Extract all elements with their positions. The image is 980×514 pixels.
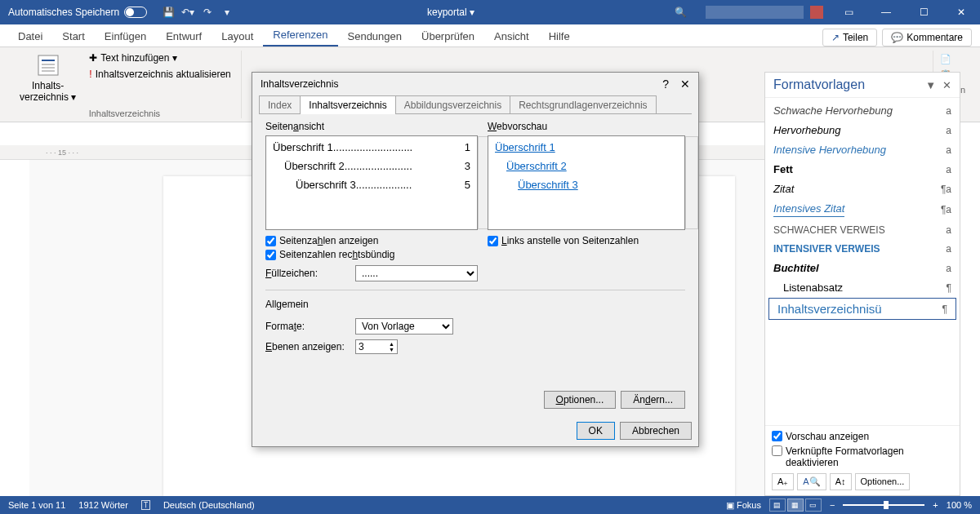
view-web-icon[interactable]: ▭ — [805, 498, 822, 512]
dialog-close-icon[interactable]: ✕ — [680, 78, 690, 91]
check-seitenzahlen[interactable]: Seitenzahlen anzeigen — [265, 235, 478, 246]
fuellzeichen-label: Füllzeichen: — [265, 268, 347, 279]
tab-sendungen[interactable]: Sendungen — [338, 26, 412, 47]
autosave-toggle[interactable]: Automatisches Speichern — [0, 7, 155, 18]
pane-options-icon[interactable]: ▼ — [925, 79, 936, 91]
tab-ansicht[interactable]: Ansicht — [484, 26, 539, 47]
ok-button[interactable]: OK — [577, 422, 615, 440]
style-item-label: INTENSIVER VERWEIS — [773, 243, 880, 255]
style-item[interactable]: Zitat¶a — [765, 179, 960, 199]
zoom-out-icon[interactable]: − — [830, 500, 835, 510]
tab-start[interactable]: Start — [52, 26, 94, 47]
webpreview-scrollbar[interactable] — [685, 136, 698, 229]
style-item-symbol: ¶a — [941, 184, 951, 195]
pane-close-icon[interactable]: ✕ — [942, 79, 951, 91]
maximize-icon[interactable]: ☐ — [905, 0, 942, 24]
redo-icon[interactable]: ↷ — [201, 6, 214, 19]
tab-datei[interactable]: Datei — [8, 26, 52, 47]
weblink-h1[interactable]: Überschrift 1 — [495, 141, 555, 153]
check-links-statt-seitenzahlen[interactable]: Links anstelle von Seitenzahlen — [488, 235, 685, 246]
seitenansicht-label: Seitenansicht — [265, 121, 478, 132]
spin-down-icon[interactable]: ▼ — [389, 347, 394, 352]
style-inspector-icon[interactable]: A🔍 — [797, 473, 826, 490]
status-page[interactable]: Seite 1 von 11 — [8, 500, 65, 510]
focus-mode[interactable]: ▣ Fokus — [726, 500, 761, 511]
minimize-icon[interactable]: — — [867, 0, 905, 24]
undo-icon[interactable]: ↶▾ — [181, 6, 194, 19]
aendern-button[interactable]: Ändern... — [621, 391, 685, 409]
share-button[interactable]: ↗Teilen — [822, 29, 877, 47]
tab-hilfe[interactable]: Hilfe — [539, 26, 580, 47]
style-item[interactable]: INTENSIVER VERWEISa — [765, 240, 960, 259]
verknuepfte-check[interactable]: Verknüpfte Formatvorlagen deaktivieren — [772, 445, 953, 468]
style-item[interactable]: Schwache Hervorhebunga — [765, 101, 960, 121]
formate-select[interactable]: Von Vorlage — [355, 318, 453, 335]
new-style-icon[interactable]: A₊ — [772, 473, 794, 490]
spin-up-icon[interactable]: ▲ — [389, 341, 394, 347]
optionen-button[interactable]: Optionen... — [544, 391, 617, 409]
style-item[interactable]: Listenabsatz¶ — [765, 278, 960, 298]
toggle-switch[interactable] — [124, 7, 147, 18]
style-item[interactable]: Buchtitela — [765, 259, 960, 278]
zoom-level[interactable]: 100 % — [947, 500, 972, 510]
ribbon-group-toc: Inhalts- verzeichnis ▾ ✚Text hinzufügen … — [8, 51, 242, 118]
fuellzeichen-select[interactable]: ...... — [355, 265, 478, 281]
toc-icon — [35, 52, 61, 78]
status-language[interactable]: Deutsch (Deutschland) — [163, 500, 255, 510]
ebenen-label: Ebenen anzeigen: — [265, 341, 347, 352]
style-item[interactable]: Intensive Hervorhebunga — [765, 140, 960, 160]
print-preview: Überschrift 1...........................… — [265, 135, 478, 230]
status-words[interactable]: 1912 Wörter — [78, 500, 128, 510]
tab-ueberpruefen[interactable]: Überprüfen — [412, 26, 484, 47]
view-print-icon[interactable]: ▦ — [787, 498, 804, 512]
style-item[interactable]: SCHWACHER VERWEISa — [765, 221, 960, 240]
style-item-label: Schwache Hervorhebung — [773, 104, 893, 117]
close-icon[interactable]: ✕ — [942, 0, 980, 24]
ebenen-input[interactable] — [359, 341, 383, 352]
add-text-button[interactable]: ✚Text hinzufügen ▾ — [86, 51, 180, 65]
style-item[interactable]: Intensives Zitat¶a — [765, 199, 960, 221]
style-item[interactable]: Hervorhebunga — [765, 121, 960, 140]
dialog-help-icon[interactable]: ? — [662, 78, 669, 91]
styles-optionen-button[interactable]: Optionen... — [855, 473, 911, 490]
manage-styles-icon[interactable]: A↕ — [830, 473, 852, 490]
weblink-h2[interactable]: Überschrift 2 — [506, 160, 567, 172]
dialog-tab-inhalt[interactable]: Inhaltsverzeichnis — [300, 95, 395, 114]
style-item-label: Buchtitel — [773, 262, 819, 274]
account-area[interactable] — [706, 6, 804, 19]
check-rechtsbuendig[interactable]: Seitenzahlen rechtsbündig — [265, 249, 478, 260]
tab-entwurf[interactable]: Entwurf — [156, 26, 212, 47]
weblink-h3[interactable]: Überschrift 3 — [518, 179, 578, 191]
style-item[interactable]: Fetta — [765, 160, 960, 179]
ebenen-spinner[interactable]: ▲▼ — [355, 339, 398, 354]
dialog-tab-abbildung[interactable]: Abbildungsverzeichnis — [395, 95, 510, 114]
account-avatar[interactable] — [810, 6, 823, 19]
customize-qat-icon[interactable]: ▾ — [220, 6, 234, 19]
tab-referenzen[interactable]: Referenzen — [263, 24, 337, 47]
dialog-tab-rechts[interactable]: Rechtsgrundlagenverzeichnis — [510, 95, 656, 114]
zoom-in-icon[interactable]: + — [933, 500, 938, 510]
zoom-slider[interactable] — [843, 504, 924, 506]
style-item-label: Inhaltsverzeichnisü — [777, 302, 882, 316]
view-read-icon[interactable]: ▤ — [769, 498, 786, 512]
style-item[interactable]: Inhaltsverzeichnisü¶ — [768, 298, 956, 320]
comments-button[interactable]: 💬Kommentare — [882, 29, 972, 47]
dialog-tab-index[interactable]: Index — [259, 95, 301, 114]
document-title[interactable]: keyportal ▾ — [240, 7, 662, 18]
tab-einfuegen[interactable]: Einfügen — [95, 26, 156, 47]
dialog-titlebar[interactable]: Inhaltsverzeichnis ? ✕ — [252, 73, 698, 95]
vorschau-check[interactable]: Vorschau anzeigen — [772, 431, 953, 442]
ribbon-display-icon[interactable]: ▭ — [830, 0, 867, 24]
style-item-label: Fett — [773, 163, 793, 175]
toc-button[interactable]: Inhalts- verzeichnis ▾ — [15, 51, 81, 105]
style-item-symbol: ¶a — [941, 204, 951, 215]
abbrechen-button[interactable]: Abbrechen — [620, 422, 692, 440]
style-item-symbol: a — [946, 224, 951, 236]
styles-list[interactable]: Schwache HervorhebungaHervorhebungaInten… — [765, 98, 960, 425]
update-toc-button[interactable]: !Inhaltsverzeichnis aktualisieren — [86, 67, 234, 82]
save-icon[interactable]: 💾 — [162, 6, 175, 19]
search-icon[interactable]: 🔍 — [662, 0, 699, 24]
status-proofing-icon[interactable]: 🅃 — [141, 500, 150, 510]
tab-layout[interactable]: Layout — [212, 26, 263, 47]
dialog-title: Inhaltsverzeichnis — [261, 78, 338, 90]
